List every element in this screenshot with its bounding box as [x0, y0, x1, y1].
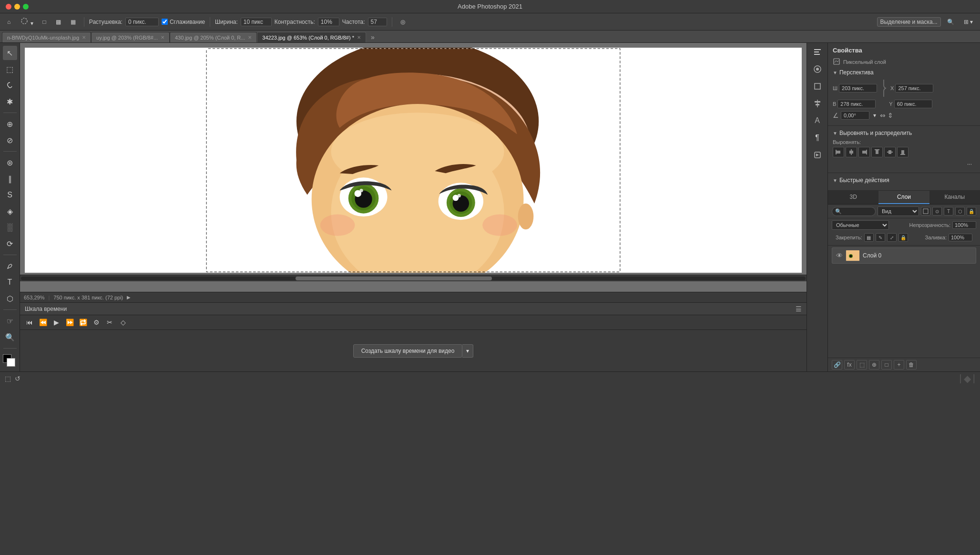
x-input[interactable]: [895, 84, 933, 92]
angle-input[interactable]: [841, 111, 869, 120]
opacity-input[interactable]: [952, 221, 976, 229]
eyedropper-button[interactable]: ⊘: [3, 133, 17, 147]
h-scrollbar-thumb[interactable]: [296, 277, 492, 280]
layer-group-button[interactable]: □: [881, 360, 892, 370]
tab-overflow-button[interactable]: »: [368, 32, 378, 42]
tab-2[interactable]: 430.jpg @ 205% (Слой 0, R... ✕: [170, 32, 257, 42]
layer-visibility-icon[interactable]: 👁: [836, 252, 843, 259]
rect-tool-button[interactable]: □: [40, 17, 50, 27]
home-button[interactable]: ⌂: [4, 17, 14, 27]
layer-new-button[interactable]: +: [894, 360, 904, 370]
layer-fx-button[interactable]: fx: [844, 360, 855, 370]
flip-v-icon[interactable]: ⇕: [888, 112, 893, 119]
type-tool-button[interactable]: T: [3, 275, 17, 289]
frequency-input[interactable]: [368, 18, 387, 26]
maximize-button[interactable]: [23, 4, 29, 10]
tab-2-close[interactable]: ✕: [248, 35, 252, 40]
tab-layers[interactable]: Слои: [878, 191, 929, 204]
blend-mode-select[interactable]: Обычные: [832, 220, 889, 230]
text-panel-button[interactable]: A: [810, 113, 825, 128]
hand-tool-button[interactable]: ☞: [3, 314, 17, 328]
feather-input[interactable]: [125, 18, 159, 26]
paragraph-panel-button[interactable]: ¶: [810, 131, 825, 145]
undo-button[interactable]: ↺: [15, 375, 20, 382]
align-left-button[interactable]: [833, 147, 844, 157]
align-center-h-button[interactable]: [846, 147, 857, 157]
smooth-checkbox-label[interactable]: Сглаживание: [162, 19, 205, 25]
align-top-button[interactable]: [871, 147, 883, 157]
dodge-tool-button[interactable]: ⟳: [3, 236, 17, 251]
lock-transform-button[interactable]: ⤢: [887, 233, 897, 242]
lasso-options-button[interactable]: ▾: [17, 15, 36, 28]
layers-search-box[interactable]: 🔍: [832, 207, 876, 216]
align-bottom-button[interactable]: [897, 147, 909, 157]
pen-tool-button[interactable]: [3, 259, 17, 273]
clone-tool-button[interactable]: S: [3, 188, 17, 202]
zoom-tool-button[interactable]: 🔍: [3, 330, 17, 344]
layer-filter-adj[interactable]: ⊙: [932, 207, 942, 216]
shape-tool-button[interactable]: ⬡: [3, 291, 17, 306]
smooth-checkbox[interactable]: [162, 19, 168, 25]
color-swatches[interactable]: [3, 354, 17, 369]
selection-mask-button[interactable]: Выделение и маска...: [877, 17, 941, 27]
timeline-menu-button[interactable]: ☰: [796, 305, 802, 313]
close-button[interactable]: [6, 4, 11, 10]
marquee-tool-button[interactable]: ⬚: [3, 62, 17, 76]
angle-dropdown[interactable]: ▾: [871, 111, 878, 120]
fill-input[interactable]: [949, 234, 972, 241]
timeline-loop[interactable]: 🔁: [77, 317, 89, 328]
align-right-button[interactable]: [858, 147, 870, 157]
layer-delete-button[interactable]: 🗑: [906, 360, 917, 370]
layer-filter-type[interactable]: T: [944, 207, 953, 216]
align-section-header[interactable]: ▼ Выровнять и распределить: [833, 130, 975, 136]
heal-tool-button[interactable]: ⊛: [3, 155, 17, 170]
w-input[interactable]: [839, 84, 877, 92]
search-button[interactable]: 🔍: [944, 17, 958, 27]
eraser-tool-button[interactable]: ◈: [3, 204, 17, 218]
target-button[interactable]: ◎: [397, 17, 408, 27]
lasso-tool-button[interactable]: [3, 78, 17, 92]
timeline-play[interactable]: ▶: [51, 317, 62, 328]
brush-tool-button[interactable]: ∥: [3, 172, 17, 186]
timeline-settings[interactable]: ⚙: [91, 317, 102, 328]
move-tool-button[interactable]: ↖: [3, 46, 17, 60]
crop-tool-button[interactable]: ⊕: [3, 117, 17, 131]
properties-panel-button[interactable]: [810, 45, 825, 59]
timeline-prev-frame[interactable]: ⏪: [37, 317, 49, 328]
width-input[interactable]: [241, 18, 272, 26]
h-input[interactable]: [837, 100, 876, 108]
layer-filter-pixel[interactable]: [921, 207, 930, 216]
tab-3-close[interactable]: ✕: [357, 35, 361, 40]
background-color[interactable]: [7, 358, 15, 367]
layer-item-0[interactable]: 👁 Слой 0: [832, 247, 976, 264]
layer-kind-filter[interactable]: Вид: [878, 206, 919, 216]
magic-wand-button[interactable]: ✱: [3, 94, 17, 109]
tab-3[interactable]: 34223.jpg @ 653% (Слой 0, RGB/8#) * ✕: [257, 32, 366, 42]
lock-paint-button[interactable]: ✎: [876, 233, 885, 242]
gradient-tool-button[interactable]: ░: [3, 220, 17, 235]
workspaces-button[interactable]: ⊞ ▾: [960, 17, 976, 27]
timeline-cut[interactable]: ✂: [104, 317, 115, 328]
tab-1-close[interactable]: ✕: [161, 35, 164, 40]
align-panel-button[interactable]: [810, 96, 825, 111]
transform-panel-button[interactable]: [810, 79, 825, 93]
add-frame-button[interactable]: ⬚: [5, 375, 11, 382]
status-arrow[interactable]: ▶: [127, 295, 131, 300]
horizontal-scrollbar[interactable]: [20, 275, 806, 281]
tab-1[interactable]: uy.jpg @ 203% (RGB/8#... ✕: [91, 32, 170, 42]
layers-search-input[interactable]: [844, 208, 872, 214]
tab-0[interactable]: n-BfWDyQ10uMk-unsplash.jpg ✕: [2, 32, 91, 42]
create-timeline-dropdown-button[interactable]: ▾: [462, 344, 473, 358]
layer-mask-button[interactable]: ⬚: [857, 360, 867, 370]
timeline-next-frame[interactable]: ⏩: [64, 317, 75, 328]
layer-link-button[interactable]: 🔗: [832, 360, 842, 370]
layer-filter-smart[interactable]: 🔒: [967, 207, 976, 216]
tab-3d[interactable]: 3D: [828, 191, 878, 204]
layer-adjustment-button[interactable]: ⊕: [869, 360, 879, 370]
flip-h-icon[interactable]: ⇔: [880, 112, 886, 119]
minimize-button[interactable]: [14, 4, 20, 10]
contrast-input[interactable]: [318, 18, 339, 26]
align-center-v-button[interactable]: [884, 147, 896, 157]
timeline-go-start[interactable]: ⏮: [24, 317, 35, 328]
feather-tool-button[interactable]: ▩: [52, 17, 64, 27]
